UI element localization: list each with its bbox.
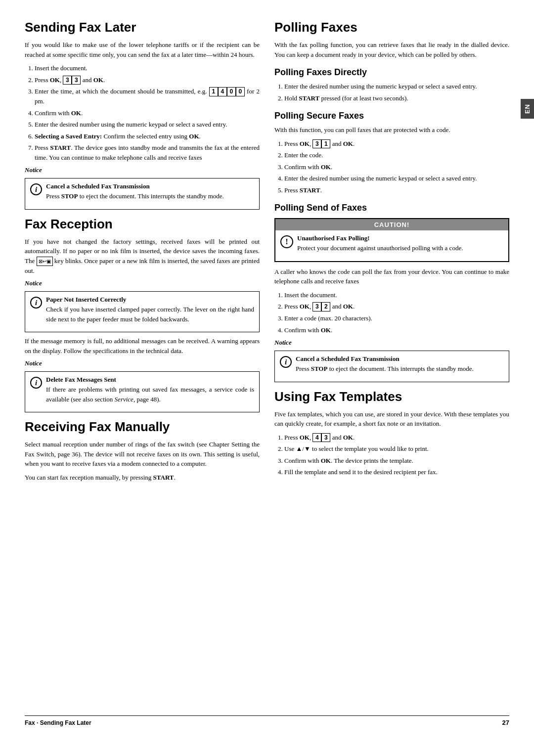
notice-icon-3: i <box>30 377 42 389</box>
notice-icon-1: i <box>30 183 42 195</box>
footer-left: Fax · Sending Fax Later <box>25 719 91 726</box>
uft-step-2: Use ▲/▼ to select the template you would… <box>284 444 509 454</box>
notice-content-4: Cancel a Scheduled Fax Transmission Pres… <box>296 355 504 378</box>
psf-step-1: Press OK, 31 and OK. <box>284 139 509 149</box>
receiving-fax-manually-para2: You can start fax reception manually, by… <box>25 473 260 483</box>
notice-content-3: Delete Fax Messages Sent If there are pr… <box>46 376 254 408</box>
caution-icon: ! <box>280 235 293 248</box>
polling-secure-faxes-title: Polling Secure Faxes <box>274 111 509 121</box>
polling-send-steps: Insert the document. Press OK, 32 and OK… <box>284 290 509 335</box>
polling-faxes-directly-steps: Enter the desired number using the numer… <box>284 82 509 103</box>
section-receiving-fax-manually: Receiving Fax Manually Select manual rec… <box>25 419 260 482</box>
notice-title-2: Paper Not Inserted Correctly <box>46 296 254 304</box>
notice-content-1: Cancel a Scheduled Fax Transmission Pres… <box>46 182 254 205</box>
section-sending-fax-later: Sending Fax Later If you would like to m… <box>25 20 260 210</box>
polling-secure-faxes-intro: With this function, you can poll faxes t… <box>274 125 509 135</box>
notice-cancel-scheduled-2: i Cancel a Scheduled Fax Transmission Pr… <box>274 351 509 382</box>
caution-content: Unauthorised Fax Polling! Protect your d… <box>297 234 503 257</box>
fax-reception-intro: If you have not changed the factory sett… <box>25 237 260 276</box>
notice-cancel-scheduled-1: i Cancel a Scheduled Fax Transmission Pr… <box>25 178 260 210</box>
caution-body: ! Unauthorised Fax Polling! Protect your… <box>275 230 508 261</box>
notice-paper-not-inserted: i Paper Not Inserted Correctly Check if … <box>25 291 260 332</box>
step-1: Insert the document. <box>35 63 260 73</box>
polling-secure-faxes-steps: Press OK, 31 and OK. Enter the code. Con… <box>284 139 509 195</box>
sending-fax-later-steps: Insert the document. Press OK, 33 and OK… <box>35 63 260 162</box>
notice-body-4: Press STOP to eject the document. This i… <box>296 364 504 374</box>
left-column: Sending Fax Later If you would like to m… <box>25 20 260 701</box>
notice-body-3: If there are problems with printing out … <box>46 385 254 404</box>
pfd-step-1: Enter the desired number using the numer… <box>284 82 509 91</box>
ps-step-1: Insert the document. <box>284 290 509 300</box>
section-polling-secure-faxes: Polling Secure Faxes With this function,… <box>274 111 509 195</box>
pfd-step-2: Hold START pressed (for at least two sec… <box>284 93 509 103</box>
step-6: Selecting a Saved Entry: Confirm the sel… <box>35 132 260 141</box>
uft-step-3: Confirm with OK. The device prints the t… <box>284 456 509 466</box>
page: EN Sending Fax Later If you would like t… <box>0 0 534 756</box>
section-using-fax-templates: Using Fax Templates Five fax templates, … <box>274 389 509 477</box>
caution-title: Unauthorised Fax Polling! <box>297 234 503 242</box>
polling-faxes-directly-title: Polling Faxes Directly <box>274 67 509 78</box>
language-tab: EN <box>521 99 534 119</box>
section-polling-faxes-directly: Polling Faxes Directly Enter the desired… <box>274 67 509 103</box>
step-2: Press OK, 33 and OK. <box>35 75 260 85</box>
right-column: Polling Faxes With the fax polling funct… <box>274 20 509 701</box>
notice-body-1: Press STOP to eject the document. This i… <box>46 191 254 201</box>
notice-label-3: Notice <box>25 359 260 367</box>
receiving-fax-manually-title: Receiving Fax Manually <box>25 419 260 435</box>
using-fax-templates-title: Using Fax Templates <box>274 389 509 404</box>
footer-right: 27 <box>502 719 509 726</box>
using-fax-templates-intro: Five fax templates, which you can use, a… <box>274 409 509 429</box>
uft-step-4: Fill the template and send it to the des… <box>284 467 509 477</box>
section-polling-faxes: Polling Faxes With the fax polling funct… <box>274 20 509 59</box>
fax-reception-title: Fax Reception <box>25 217 260 232</box>
ps-step-4: Confirm with OK. <box>284 325 509 335</box>
psf-step-4: Enter the desired number using the numer… <box>284 174 509 183</box>
polling-send-of-faxes-title: Polling Send of Faxes <box>274 203 509 213</box>
using-fax-templates-steps: Press OK, 43 and OK. Use ▲/▼ to select t… <box>284 433 509 477</box>
notice-icon-2: i <box>30 297 42 309</box>
polling-send-para1: A caller who knows the code can poll the… <box>274 267 509 286</box>
section-polling-send-of-faxes: Polling Send of Faxes CAUTION! ! Unautho… <box>274 203 509 382</box>
notice-icon-4: i <box>280 356 292 368</box>
polling-faxes-intro: With the fax polling function, you can r… <box>274 40 509 59</box>
step-7: Press START. The device goes into standb… <box>35 143 260 162</box>
notice-label-2: Notice <box>25 279 260 287</box>
footer: Fax · Sending Fax Later 27 <box>25 715 509 726</box>
caution-box: CAUTION! ! Unauthorised Fax Polling! Pro… <box>274 218 509 262</box>
fax-reception-para2: If the message memory is full, no additi… <box>25 336 260 356</box>
psf-step-3: Confirm with OK. <box>284 162 509 172</box>
notice-title-4: Cancel a Scheduled Fax Transmission <box>296 355 504 363</box>
uft-step-1: Press OK, 43 and OK. <box>284 433 509 443</box>
caution-body-text: Protect your document against unauthoris… <box>297 243 503 253</box>
notice-label-1: Notice <box>25 166 260 174</box>
ps-step-2: Press OK, 32 and OK. <box>284 302 509 311</box>
ps-step-3: Enter a code (max. 20 characters). <box>284 313 509 323</box>
content-area: Sending Fax Later If you would like to m… <box>25 20 509 701</box>
psf-step-2: Enter the code. <box>284 150 509 160</box>
notice-title-3: Delete Fax Messages Sent <box>46 376 254 384</box>
notice-content-2: Paper Not Inserted Correctly Check if yo… <box>46 296 254 328</box>
notice-title-1: Cancel a Scheduled Fax Transmission <box>46 182 254 190</box>
receiving-fax-manually-intro: Select manual reception under number of … <box>25 440 260 469</box>
sending-fax-later-intro: If you would like to make use of the low… <box>25 40 260 59</box>
step-5: Enter the desired number using the numer… <box>35 120 260 130</box>
caution-header: CAUTION! <box>275 219 508 230</box>
section-fax-reception: Fax Reception If you have not changed th… <box>25 217 260 413</box>
polling-faxes-title: Polling Faxes <box>274 20 509 35</box>
sending-fax-later-title: Sending Fax Later <box>25 20 260 35</box>
notice-delete-fax: i Delete Fax Messages Sent If there are … <box>25 371 260 412</box>
notice-body-2: Check if you have inserted clamped paper… <box>46 305 254 324</box>
notice-label-4: Notice <box>274 339 509 347</box>
fax-key-icon: ⊠↩▣ <box>37 257 53 266</box>
step-3: Enter the time, at which the document sh… <box>35 87 260 106</box>
psf-step-5: Press START. <box>284 185 509 195</box>
step-4: Confirm with OK. <box>35 108 260 118</box>
